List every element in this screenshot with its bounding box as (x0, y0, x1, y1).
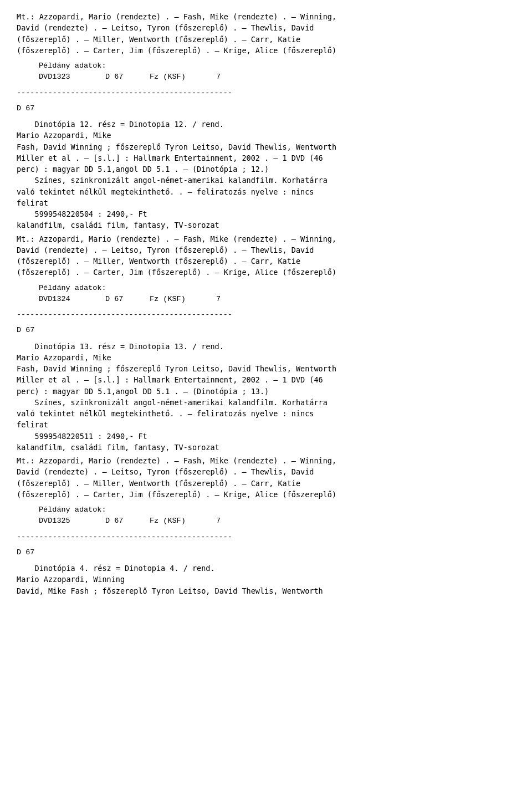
page-content: Mt.: Azzopardi, Mario (rendezte) . — Fas… (17, 11, 515, 596)
title-line-1: Dinotópia 13. rész = Dinotopia 13. / ren… (17, 341, 515, 352)
peldany-block-2: Példány adatok: DVD1325 D 67 Fz (KSF) 7 (39, 504, 515, 527)
peldany-label-0: Példány adatok: (39, 60, 515, 72)
mt-text-1: Mt.: Azzopardi, Mario (rendezte) . — Fas… (17, 455, 515, 500)
peldany-block-0: Példány adatok: DVD1323 D 67 Fz (KSF) 7 (39, 60, 515, 83)
peldany-row-1: DVD1324 D 67 Fz (KSF) 7 (39, 294, 515, 305)
peldany-fz-2: Fz (KSF) (150, 516, 216, 527)
divider-2: ----------------------------------------… (17, 532, 515, 543)
mt-section-0: Mt.: Azzopardi, Mario (rendezte) . — Fas… (17, 233, 515, 278)
peldany-fz-1: Fz (KSF) (150, 294, 216, 305)
peldany-dvd-1: DVD1324 (39, 294, 105, 305)
body-text-1: Mario Azzopardi, Mike Fash, David Winnin… (17, 352, 515, 453)
peldany-fz-0: Fz (KSF) (150, 72, 216, 83)
peldany-label-1: Példány adatok: (39, 283, 515, 294)
peldany-block-1: Példány adatok: DVD1324 D 67 Fz (KSF) 7 (39, 283, 515, 305)
classification-1: D 67 (17, 325, 515, 336)
body-text-0: Mario Azzopardi, Mike Fash, David Winnin… (17, 130, 515, 231)
title-section-2: Dinotópia 4. rész = Dinotopia 4. / rend.… (17, 563, 515, 596)
title-line-2: Dinotópia 4. rész = Dinotopia 4. / rend. (17, 563, 515, 574)
peldany-row-2: DVD1325 D 67 Fz (KSF) 7 (39, 516, 515, 527)
body-text-2: Mario Azzopardi, Winning David, Mike Fas… (17, 574, 515, 596)
mt-text-0: Mt.: Azzopardi, Mario (rendezte) . — Fas… (17, 233, 515, 278)
classification-2: D 67 (17, 547, 515, 558)
peldany-d-1: D 67 (105, 294, 150, 305)
peldany-dvd-2: DVD1325 (39, 516, 105, 527)
peldany-num-2: 7 (216, 516, 221, 527)
mt-section-1: Mt.: Azzopardi, Mario (rendezte) . — Fas… (17, 455, 515, 500)
title-line-0: Dinotópia 12. rész = Dinotopia 12. / ren… (17, 119, 515, 130)
peldany-num-1: 7 (216, 294, 221, 305)
divider-1: ----------------------------------------… (17, 309, 515, 320)
classification-0: D 67 (17, 103, 515, 114)
peldany-row-0: DVD1323 D 67 Fz (KSF) 7 (39, 72, 515, 83)
peldany-num-0: 7 (216, 72, 221, 83)
title-section-1: Dinotópia 13. rész = Dinotopia 13. / ren… (17, 341, 515, 453)
divider-0: ----------------------------------------… (17, 88, 515, 99)
peldany-d-2: D 67 (105, 516, 150, 527)
peldany-dvd-0: DVD1323 (39, 72, 105, 83)
title-section-0: Dinotópia 12. rész = Dinotopia 12. / ren… (17, 119, 515, 231)
entry-top-continuation: Mt.: Azzopardi, Mario (rendezte) . — Fas… (17, 11, 515, 56)
peldany-label-2: Példány adatok: (39, 504, 515, 516)
entry-top-text-0: Mt.: Azzopardi, Mario (rendezte) . — Fas… (17, 11, 515, 56)
peldany-d-0: D 67 (105, 72, 150, 83)
